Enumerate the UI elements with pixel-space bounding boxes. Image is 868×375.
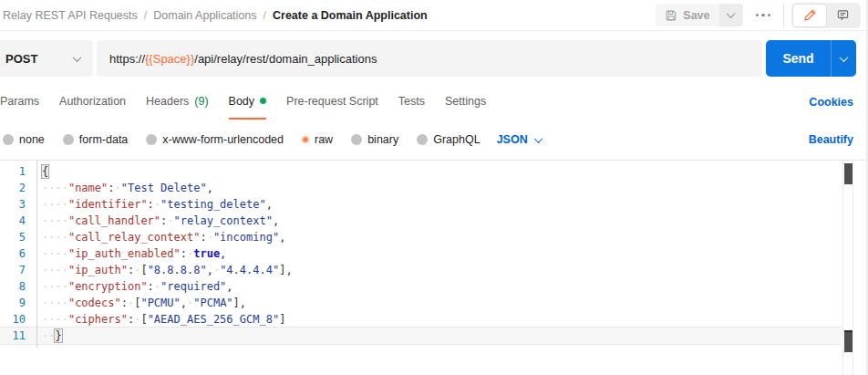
comments-button[interactable] <box>826 5 859 26</box>
token-str: "testing_delete" <box>160 198 266 211</box>
token-punc: : <box>148 280 154 293</box>
send-button[interactable]: Send <box>766 40 831 77</box>
chevron-down-icon <box>533 134 542 143</box>
radio-icon <box>146 134 157 145</box>
code-line[interactable]: 5····"call_relay_context":·"incoming", <box>0 229 842 245</box>
code-text: ····"name":·"Test Delete", <box>36 180 213 196</box>
token-str: "AEAD_AES_256_GCM_8" <box>148 313 280 326</box>
tab-body[interactable]: Body <box>229 84 267 120</box>
body-options-row: noneform-datax-www-form-urlencodedrawbin… <box>0 120 866 160</box>
cookies-link[interactable]: Cookies <box>809 84 853 120</box>
request-editor-page: Relay REST API Requests/Domain Applicati… <box>0 0 868 375</box>
code-line[interactable]: 2····"name":·"Test Delete", <box>0 180 842 196</box>
save-button[interactable]: Save <box>656 4 718 26</box>
save-button-label: Save <box>683 9 709 22</box>
tab-params[interactable]: Params <box>0 84 39 120</box>
token-punc: [ <box>140 313 147 326</box>
token-key: "call_relay_context" <box>68 231 201 244</box>
breadcrumb-separator: / <box>144 9 147 22</box>
code-text: ····"ip_auth_enabled":·true, <box>36 245 226 262</box>
breadcrumb-separator: / <box>264 9 266 22</box>
line-number: 8 <box>0 278 36 295</box>
token-ws: ···· <box>42 182 68 194</box>
token-ws: ···· <box>42 198 68 211</box>
breadcrumb-item[interactable]: Domain Applications <box>153 9 256 22</box>
chevron-down-icon <box>73 53 82 62</box>
body-editor[interactable]: 1{2····"name":·"Test Delete",3····"ident… <box>0 160 866 375</box>
url-input[interactable]: https://{{Space}}/api/relay/rest/domain_… <box>97 40 762 77</box>
tab-settings[interactable]: Settings <box>445 84 486 120</box>
line-number: 5 <box>0 229 36 245</box>
more-options-button[interactable] <box>750 8 777 23</box>
scrollbar-thumb[interactable] <box>844 163 852 184</box>
line-number: 3 <box>0 196 36 213</box>
code-line[interactable]: 8····"encryption":·"required", <box>0 278 842 295</box>
code-line[interactable]: 6····"ip_auth_enabled":·true, <box>0 245 842 262</box>
tab-pre-request-script[interactable]: Pre-request Script <box>286 84 378 120</box>
beautify-link[interactable]: Beautify <box>809 133 853 146</box>
method-select[interactable]: POST <box>0 40 93 77</box>
token-punc: : <box>148 198 154 211</box>
token-ws: · <box>115 182 121 194</box>
code-line[interactable]: 3····"identifier":·"testing_delete", <box>0 196 842 213</box>
save-options-button[interactable] <box>719 4 743 26</box>
body-type-radio-form-data[interactable]: form-data <box>63 133 129 146</box>
body-type-radio-x-www-form-urlencoded[interactable]: x-www-form-urlencoded <box>146 133 284 146</box>
method-label: POST <box>5 52 37 66</box>
token-punc: : <box>181 247 187 260</box>
token-ws: ···· <box>42 214 68 227</box>
code-line[interactable]: 9····"codecs":·["PCMU",·"PCMA"], <box>0 295 842 311</box>
code-line[interactable]: 7····"ip_auth":·["8.8.8.8",·"4.4.4.4"], <box>0 262 842 278</box>
radio-icon <box>417 134 428 145</box>
body-language-select[interactable]: JSON <box>497 133 542 146</box>
comment-icon <box>836 8 850 22</box>
more-options-icon <box>756 14 760 17</box>
line-number: 10 <box>0 311 36 328</box>
token-key: "name" <box>68 182 108 194</box>
code-line[interactable]: 1{ <box>0 163 842 180</box>
documentation-button[interactable] <box>793 5 826 26</box>
token-ws: ·· <box>42 329 55 342</box>
body-type-radio-raw[interactable]: raw <box>302 133 333 146</box>
token-str: "8.8.8.8" <box>148 264 207 276</box>
code-line[interactable]: 10····"ciphers":·["AEAD_AES_256_GCM_8"] <box>0 311 842 328</box>
url-prefix: https:// <box>109 52 145 66</box>
tab-label: Params <box>0 95 39 108</box>
body-type-radio-none[interactable]: none <box>3 133 45 146</box>
radio-icon <box>302 136 309 143</box>
token-key: "ciphers" <box>68 313 128 326</box>
token-ws: ···· <box>42 297 68 309</box>
line-number: 7 <box>0 262 36 278</box>
breadcrumb-item[interactable]: Create a Domain Application <box>273 9 428 22</box>
save-button-group: Save <box>656 4 742 26</box>
editor-scrollbar[interactable] <box>842 161 853 375</box>
code-area[interactable]: 1{2····"name":·"Test Delete",3····"ident… <box>0 161 842 375</box>
token-key: "identifier" <box>68 198 148 211</box>
tab-tests[interactable]: Tests <box>398 84 425 120</box>
scrollbar-thumb[interactable] <box>844 330 852 352</box>
tab-authorization[interactable]: Authorization <box>59 84 126 120</box>
token-punc: : <box>121 297 128 309</box>
code-line[interactable]: 4····"call_handler":·"relay_context", <box>0 213 842 229</box>
code-line[interactable]: 11··} <box>0 327 842 345</box>
radio-label: raw <box>315 133 333 146</box>
token-punc: : <box>108 182 114 194</box>
url-variable: {{Space}} <box>145 52 194 66</box>
token-punc: , <box>226 280 232 293</box>
token-punc: , <box>181 297 187 309</box>
token-ws: ···· <box>42 264 68 276</box>
body-type-radio-binary[interactable]: binary <box>351 133 398 146</box>
body-type-radio-graphql[interactable]: GraphQL <box>417 133 480 146</box>
tab-label: Authorization <box>59 95 126 108</box>
token-punc: ], <box>233 297 246 309</box>
token-bracehl: { <box>42 165 48 178</box>
send-options-button[interactable] <box>831 40 856 77</box>
token-ws: · <box>167 214 173 227</box>
token-punc: , <box>266 198 273 211</box>
breadcrumb-item[interactable]: Relay REST API Requests <box>3 9 138 22</box>
token-key: "codecs" <box>68 297 121 309</box>
tab-headers[interactable]: Headers(9) <box>146 84 209 120</box>
code-text: ····"encryption":·"required", <box>36 278 233 295</box>
radio-icon <box>351 134 362 145</box>
token-key: "ip_auth_enabled" <box>68 247 181 260</box>
